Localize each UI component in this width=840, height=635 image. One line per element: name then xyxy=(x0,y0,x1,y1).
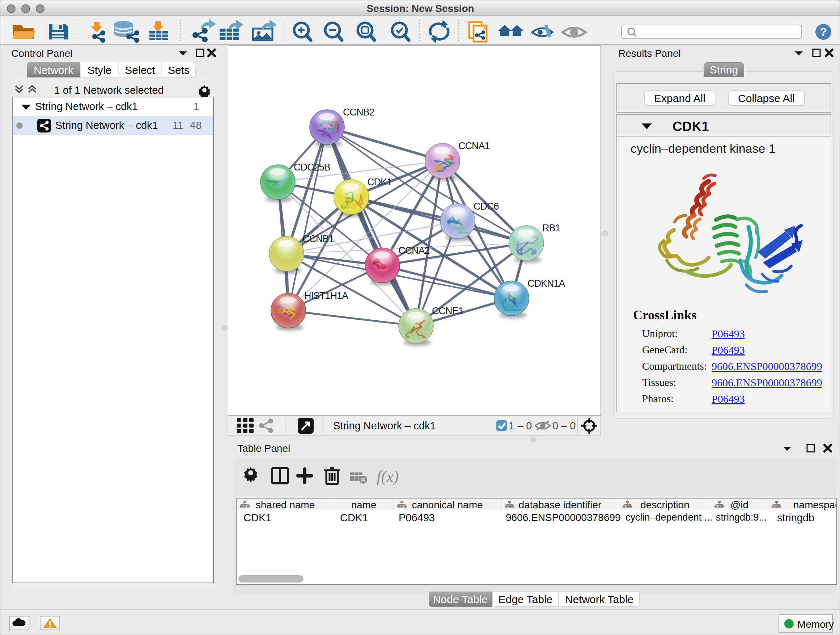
svg-text:HIST1H1A: HIST1H1A xyxy=(304,290,348,301)
svg-text:CCNB1: CCNB1 xyxy=(302,233,334,244)
svg-text:CDKN1A: CDKN1A xyxy=(527,278,565,289)
svg-text:CCNE1: CCNE1 xyxy=(432,306,463,317)
svg-text:CCNA1: CCNA1 xyxy=(458,141,490,151)
svg-text:CDK1: CDK1 xyxy=(367,177,392,187)
svg-text:CCNB2: CCNB2 xyxy=(343,107,374,118)
svg-text:CCNA2: CCNA2 xyxy=(398,245,430,256)
svg-text:RB1: RB1 xyxy=(542,223,561,233)
svg-text:CDC6: CDC6 xyxy=(474,201,499,212)
svg-text:f(x): f(x) xyxy=(377,468,399,486)
svg-text:CDC25B: CDC25B xyxy=(294,162,330,173)
